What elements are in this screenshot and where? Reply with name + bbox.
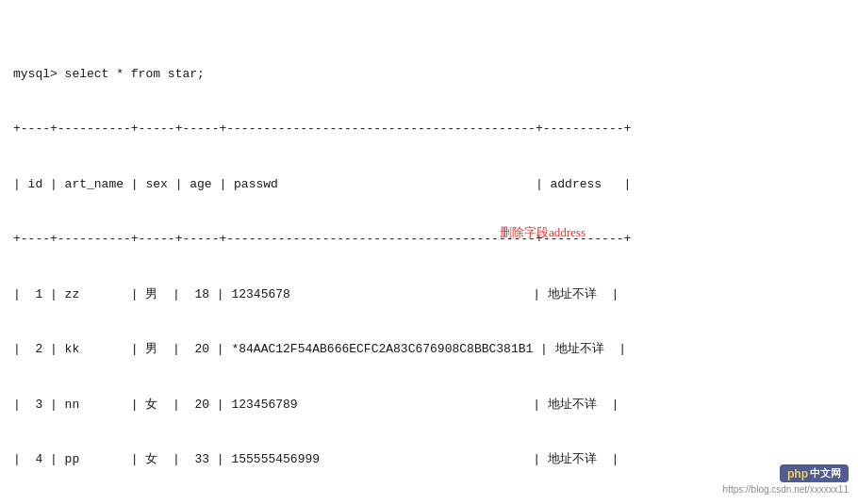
php-logo: php 中文网	[780, 464, 849, 482]
prompt-1: mysql> select * from star;	[13, 67, 205, 81]
watermark: php 中文网 https://blog.csdn.net/xxxxxx11	[723, 464, 849, 495]
php-label: php	[787, 467, 808, 480]
table-header-1: | id | art_name | sex | age | passwd | a…	[13, 175, 845, 194]
table-row: | 2 | kk | 男 | 20 | *84AAC12F54AB666ECFC…	[13, 340, 845, 359]
terminal-output: mysql> select * from star; +----+-------…	[0, 0, 858, 504]
command-line-1: mysql> select * from star;	[13, 65, 845, 84]
table-row: | 1 | zz | 男 | 18 | 12345678 | 地址不详 |	[13, 285, 845, 304]
chinese-text: 中文网	[810, 466, 841, 480]
annotation-delete-address: 删除字段address	[500, 224, 586, 241]
table-sep-mid-1: +----+----------+-----+-----+-----------…	[13, 230, 845, 249]
table-sep-top-1: +----+----------+-----+-----+-----------…	[13, 120, 845, 138]
table-row: | 4 | pp | 女 | 33 | 155555456999 | 地址不详 …	[13, 450, 845, 469]
watermark-url: https://blog.csdn.net/xxxxxx11	[723, 484, 849, 495]
table-row: | 3 | nn | 女 | 20 | 123456789 | 地址不详 |	[13, 396, 845, 415]
